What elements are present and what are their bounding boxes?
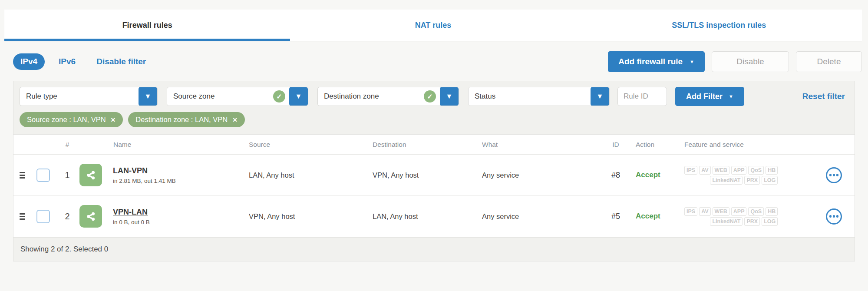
drag-handle[interactable]: [20, 172, 25, 179]
destination-cell: LAN, Any host: [373, 212, 482, 221]
ipv4-toggle[interactable]: IPv4: [13, 53, 45, 70]
header-action: Action: [636, 141, 684, 149]
ipv6-toggle[interactable]: IPv6: [59, 57, 76, 66]
status-dropdown[interactable]: Status ▼: [468, 87, 610, 106]
status-label: Status: [469, 92, 591, 101]
disable-button[interactable]: Disable: [712, 51, 789, 72]
badge-prx: PRX: [744, 176, 760, 185]
rule-name-link[interactable]: LAN-VPN: [113, 166, 176, 175]
header-destination: Destination: [373, 141, 482, 149]
rules-tabbar: Firewall rules NAT rules SSL/TLS inspect…: [4, 10, 862, 41]
badge-linkednat: LinkedNAT: [710, 217, 743, 226]
what-cell: Any service: [482, 171, 596, 179]
add-firewall-rule-label: Add firewall rule: [618, 57, 683, 66]
rule-traffic: in 2.81 MB, out 1.41 MB: [113, 178, 176, 184]
active-filter-chips: Source zone : LAN, VPN ✕ Destination zon…: [13, 111, 855, 134]
delete-button[interactable]: Delete: [796, 51, 862, 72]
row-checkbox[interactable]: [36, 210, 50, 223]
badge-hb: HB: [766, 166, 778, 175]
drag-handle[interactable]: [20, 213, 25, 220]
row-number: 2: [55, 212, 79, 222]
rule-type-dropdown[interactable]: Rule type ▼: [20, 87, 158, 106]
tab-firewall-rules[interactable]: Firewall rules: [4, 10, 290, 41]
ellipsis-menu-button[interactable]: [826, 208, 842, 225]
filter-chip-label: Destination zone : LAN, VPN: [135, 116, 228, 124]
header-id: ID: [596, 141, 636, 149]
badge-log: LOG: [762, 217, 778, 226]
feature-badges: IPS AV WEB APP QoS HB LinkedNAT PRX LOG: [684, 166, 778, 185]
feature-badges: IPS AV WEB APP QoS HB LinkedNAT PRX LOG: [684, 207, 778, 226]
badge-log: LOG: [762, 176, 778, 185]
chevron-down-icon[interactable]: ▼: [591, 87, 609, 106]
header-number: #: [55, 141, 79, 149]
badge-av: AV: [699, 207, 710, 216]
header-feature-and-service: Feature and service: [684, 141, 821, 149]
rules-panel: Rule type ▼ Source zone ✓ ▼ Destination …: [13, 81, 855, 261]
badge-av: AV: [699, 166, 710, 175]
close-icon[interactable]: ✕: [111, 116, 116, 123]
check-circle-icon: ✓: [424, 90, 436, 103]
destination-zone-label: Destination zone: [318, 92, 424, 101]
source-cell: LAN, Any host: [249, 171, 373, 179]
filter-chip-source-zone[interactable]: Source zone : LAN, VPN ✕: [20, 112, 123, 127]
table-header: # Name Source Destination What ID Action…: [13, 134, 855, 155]
toolbar-actions: Add firewall rule ▼ Disable Delete: [608, 51, 862, 72]
reset-filter-link[interactable]: Reset filter: [802, 92, 845, 101]
filter-chip-destination-zone[interactable]: Destination zone : LAN, VPN ✕: [128, 112, 245, 127]
source-zone-label: Source zone: [167, 92, 273, 101]
tab-ssl-tls-inspection-rules[interactable]: SSL/TLS inspection rules: [576, 10, 862, 41]
row-number: 1: [55, 170, 79, 180]
filter-chip-label: Source zone : LAN, VPN: [27, 116, 106, 124]
chevron-down-icon[interactable]: ▼: [440, 87, 459, 106]
filter-row: Rule type ▼ Source zone ✓ ▼ Destination …: [13, 81, 855, 111]
header-source: Source: [249, 141, 373, 149]
table-row: 1 LAN-VPN in 2.81 MB, out 1.41 MB LAN, A…: [13, 155, 855, 196]
header-name: Name: [79, 141, 249, 149]
chevron-down-icon[interactable]: ▼: [289, 87, 308, 106]
action-cell: Accept: [636, 171, 684, 179]
rule-name-link[interactable]: VPN-LAN: [113, 208, 150, 217]
destination-cell: VPN, Any host: [373, 171, 482, 179]
badge-ips: IPS: [684, 207, 697, 216]
ellipsis-menu-button[interactable]: [826, 167, 842, 183]
badge-ips: IPS: [684, 166, 697, 175]
rule-id-cell: #8: [596, 171, 636, 180]
badge-hb: HB: [766, 207, 778, 216]
rule-type-label: Rule type: [20, 92, 139, 101]
badge-app: APP: [731, 166, 747, 175]
source-cell: VPN, Any host: [249, 212, 373, 221]
check-circle-icon: ✓: [273, 90, 285, 103]
badge-app: APP: [731, 207, 747, 216]
destination-zone-dropdown[interactable]: Destination zone ✓ ▼: [317, 87, 459, 106]
share-icon: [79, 205, 102, 228]
row-checkbox[interactable]: [36, 169, 50, 182]
chevron-down-icon[interactable]: ▼: [139, 87, 157, 106]
source-zone-dropdown[interactable]: Source zone ✓ ▼: [167, 87, 308, 106]
header-what: What: [482, 141, 596, 149]
share-icon: [79, 164, 102, 186]
badge-qos: QoS: [748, 166, 764, 175]
table-footer-status: Showing 2 of 2. Selected 0: [13, 237, 855, 261]
tab-nat-rules[interactable]: NAT rules: [290, 10, 576, 41]
rule-traffic: in 0 B, out 0 B: [113, 219, 150, 225]
what-cell: Any service: [482, 212, 596, 221]
disable-filter-link[interactable]: Disable filter: [96, 57, 146, 66]
badge-linkednat: LinkedNAT: [710, 176, 743, 185]
badge-qos: QoS: [748, 207, 764, 216]
add-filter-button[interactable]: Add Filter ▼: [675, 87, 744, 106]
badge-web: WEB: [713, 207, 729, 216]
table-row: 2 VPN-LAN in 0 B, out 0 B VPN, Any host …: [13, 196, 855, 237]
badge-web: WEB: [713, 166, 729, 175]
chevron-down-icon: ▼: [690, 60, 694, 64]
rule-id-cell: #5: [596, 212, 636, 221]
toolbar: IPv4 IPv6 Disable filter Add firewall ru…: [13, 51, 862, 72]
add-firewall-rule-button[interactable]: Add firewall rule ▼: [608, 51, 705, 72]
action-cell: Accept: [636, 212, 684, 221]
add-filter-label: Add Filter: [686, 92, 723, 101]
close-icon[interactable]: ✕: [232, 116, 238, 123]
badge-prx: PRX: [744, 217, 760, 226]
chevron-down-icon: ▼: [729, 94, 733, 99]
rule-id-input[interactable]: [617, 87, 667, 106]
